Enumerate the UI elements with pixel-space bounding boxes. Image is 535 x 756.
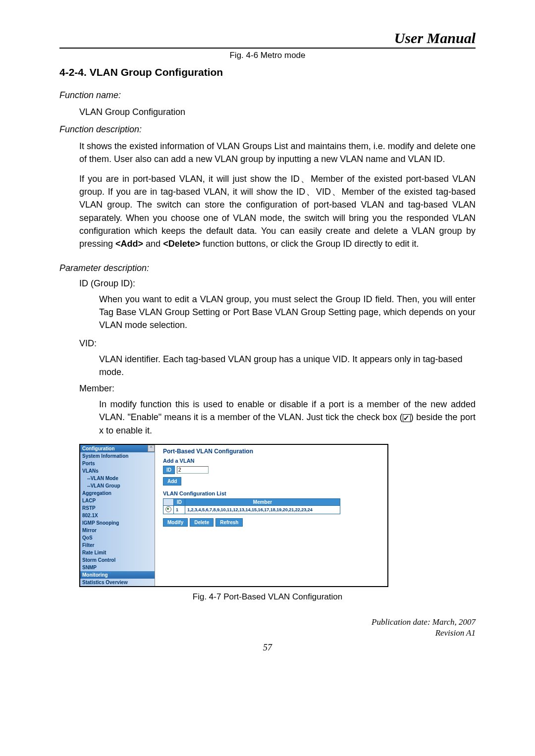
screenshot-main: Port-Based VLAN Configuration Add a VLAN… <box>155 445 387 586</box>
param-vid-text: VLAN identifier. Each tag-based VLAN gro… <box>99 353 476 378</box>
nav-item[interactable]: LACP <box>80 497 155 504</box>
document-page: User Manual Fig. 4-6 Metro mode 4-2-4. V… <box>0 0 535 673</box>
nav-item[interactable]: Ports <box>80 460 155 467</box>
table-row[interactable]: 1 1,2,3,4,5,6,7,8,9,10,11,12,13,14,15,16… <box>163 505 340 514</box>
nav-item[interactable]: IGMP Snooping <box>80 519 155 527</box>
id-input-row: ID <box>163 466 382 474</box>
radio-selected-icon[interactable] <box>165 506 171 512</box>
vlan-id-input[interactable] <box>177 466 209 474</box>
id-badge: ID <box>163 466 175 474</box>
function-name-value: VLAN Group Configuration <box>79 106 476 118</box>
nav-item[interactable]: SNMP <box>80 564 155 571</box>
delete-button-ref: <Delete> <box>163 239 200 249</box>
param-member-label: Member: <box>79 383 476 394</box>
description-paragraph-2: If you are in port-based VLAN, it will j… <box>79 172 476 250</box>
nav-item[interactable]: 802.1X <box>80 512 155 519</box>
desc2-c: function buttons, or click the Group ID … <box>203 239 419 249</box>
add-button-ref: <Add> <box>115 239 143 249</box>
scroll-up-icon[interactable]: ^ <box>148 445 155 452</box>
nav-item[interactable]: QoS <box>80 534 155 541</box>
th-id: ID <box>174 498 185 505</box>
parameter-description-label: Parameter description: <box>59 263 476 273</box>
button-row: Modify Delete Refresh <box>163 518 382 527</box>
vlan-table: ID Member 1 1,2,3,4,5,6,7,8,9,10,11,12,1… <box>163 498 340 514</box>
add-button[interactable]: Add <box>163 477 181 486</box>
desc2-b: and <box>146 239 163 249</box>
modify-button[interactable]: Modify <box>163 518 188 527</box>
nav-item[interactable]: Storm Control <box>80 556 155 564</box>
revision: Revision A1 <box>59 628 476 639</box>
panel-title: Port-Based VLAN Configuration <box>163 448 382 455</box>
section-heading: 4-2-4. VLAN Group Configuration <box>59 66 476 78</box>
vlan-list-label: VLAN Configuration List <box>163 490 382 496</box>
delete-button[interactable]: Delete <box>190 518 214 527</box>
description-paragraph-1: It shows the existed information of VLAN… <box>79 140 476 165</box>
page-number: 57 <box>59 643 476 653</box>
nav-item[interactable]: RSTP <box>80 504 155 512</box>
th-member: Member <box>185 498 340 505</box>
nav-item[interactable]: --VLAN Mode <box>80 475 155 482</box>
screenshot-panel: ^ Configuration System Information Ports… <box>79 444 388 587</box>
cell-id: 1 <box>174 505 185 514</box>
refresh-button[interactable]: Refresh <box>215 518 243 527</box>
nav-item[interactable]: Aggregation <box>80 489 155 497</box>
add-vlan-label: Add a VLAN <box>163 458 382 464</box>
cell-member: 1,2,3,4,5,6,7,8,9,10,11,12,13,14,15,16,1… <box>185 505 340 514</box>
nav-sidebar: ^ Configuration System Information Ports… <box>80 445 155 586</box>
param-id-label: ID (Group ID): <box>79 278 476 289</box>
nav-header-monitoring: Monitoring <box>80 571 155 579</box>
checkbox-icon <box>403 414 411 422</box>
nav-item[interactable]: --VLAN Group <box>80 482 155 489</box>
figure-caption-bottom: Fig. 4-7 Port-Based VLAN Configuration <box>59 592 476 602</box>
param-vid-label: VID: <box>79 338 476 349</box>
footer: Publication date: March, 2007 Revision A… <box>59 617 476 639</box>
nav-item[interactable]: VLANs <box>80 467 155 475</box>
nav-item[interactable]: Rate Limit <box>80 549 155 556</box>
nav-item[interactable]: Statistics Overview <box>80 579 155 586</box>
nav-header-configuration: Configuration <box>80 445 155 452</box>
publication-date: Publication date: March, 2007 <box>59 617 476 628</box>
nav-item[interactable]: System Information <box>80 452 155 460</box>
header-title: User Manual <box>59 30 476 49</box>
param-id-text: When you want to edit a VLAN group, you … <box>99 293 476 331</box>
param-member-text: In modify function this is used to enabl… <box>99 398 476 436</box>
desc2-a: If you are in port-based VLAN, it will j… <box>79 174 476 248</box>
nav-item[interactable]: Mirror <box>80 527 155 534</box>
nav-item[interactable]: Filter <box>80 541 155 549</box>
function-description-label: Function description: <box>59 124 476 135</box>
function-name-label: Function name: <box>59 90 476 101</box>
figure-caption-top: Fig. 4-6 Metro mode <box>59 51 476 60</box>
